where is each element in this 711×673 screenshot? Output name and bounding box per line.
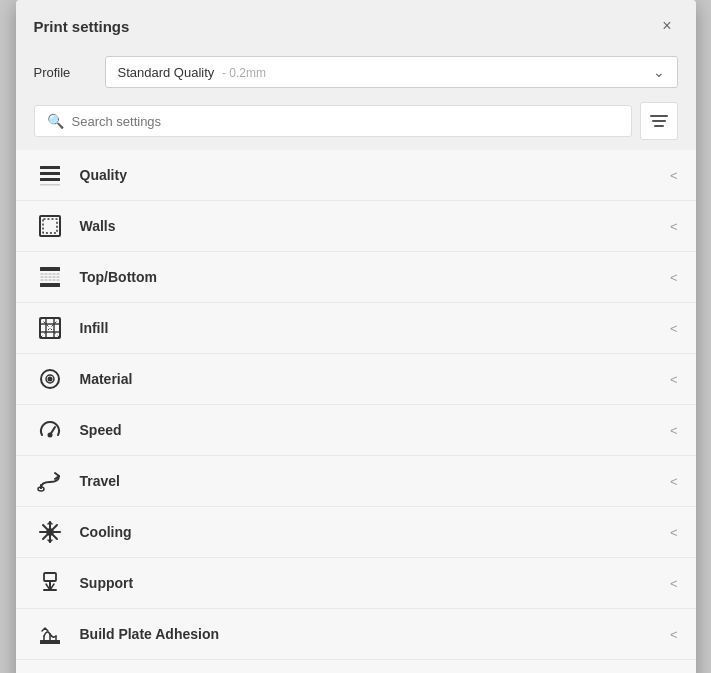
travel-chevron-icon: < bbox=[670, 474, 678, 489]
build-plate-adhesion-icon bbox=[34, 620, 66, 648]
quality-chevron-icon: < bbox=[670, 168, 678, 183]
svg-rect-33 bbox=[44, 573, 56, 581]
menu-item-support[interactable]: Support < bbox=[16, 558, 696, 609]
cooling-icon bbox=[34, 518, 66, 546]
svg-rect-6 bbox=[40, 267, 60, 271]
cooling-label: Cooling bbox=[80, 524, 670, 540]
profile-dropdown[interactable]: Standard Quality - 0.2mm ⌄ bbox=[105, 56, 678, 88]
support-icon bbox=[34, 569, 66, 597]
material-icon bbox=[34, 365, 66, 393]
print-settings-dialog: Print settings × Profile Standard Qualit… bbox=[16, 0, 696, 673]
cooling-chevron-icon: < bbox=[670, 525, 678, 540]
filter-line-1 bbox=[650, 115, 668, 117]
menu-item-build-plate-adhesion[interactable]: Build Plate Adhesion < bbox=[16, 609, 696, 660]
travel-icon bbox=[34, 467, 66, 495]
profile-value: Standard Quality bbox=[118, 65, 215, 80]
filter-line-2 bbox=[652, 120, 666, 122]
svg-rect-10 bbox=[40, 283, 60, 287]
support-label: Support bbox=[80, 575, 670, 591]
profile-row: Profile Standard Quality - 0.2mm ⌄ bbox=[16, 46, 696, 102]
svg-line-16 bbox=[40, 318, 60, 338]
menu-item-infill[interactable]: Infill < bbox=[16, 303, 696, 354]
menu-item-speed[interactable]: Speed < bbox=[16, 405, 696, 456]
svg-rect-3 bbox=[40, 184, 60, 186]
profile-chevron-icon: ⌄ bbox=[653, 64, 665, 80]
menu-item-dual-extrusion[interactable]: Dual Extrusion < bbox=[16, 660, 696, 673]
filter-line-3 bbox=[654, 125, 664, 127]
profile-hint: - 0.2mm bbox=[222, 66, 266, 80]
svg-rect-1 bbox=[40, 172, 60, 175]
close-button[interactable]: × bbox=[656, 16, 677, 36]
material-chevron-icon: < bbox=[670, 372, 678, 387]
walls-icon bbox=[34, 212, 66, 240]
title-bar: Print settings × bbox=[16, 0, 696, 46]
svg-rect-5 bbox=[43, 219, 57, 233]
speed-chevron-icon: < bbox=[670, 423, 678, 438]
top-bottom-label: Top/Bottom bbox=[80, 269, 670, 285]
speed-icon bbox=[34, 416, 66, 444]
top-bottom-icon bbox=[34, 263, 66, 291]
travel-label: Travel bbox=[80, 473, 670, 489]
speed-label: Speed bbox=[80, 422, 670, 438]
profile-label: Profile bbox=[34, 65, 89, 80]
build-plate-adhesion-chevron-icon: < bbox=[670, 627, 678, 642]
svg-point-20 bbox=[48, 378, 51, 381]
support-chevron-icon: < bbox=[670, 576, 678, 591]
walls-chevron-icon: < bbox=[670, 219, 678, 234]
svg-rect-11 bbox=[40, 318, 60, 338]
filter-button[interactable] bbox=[640, 102, 678, 140]
svg-rect-2 bbox=[40, 178, 60, 181]
svg-point-22 bbox=[48, 434, 51, 437]
menu-list: Quality < Walls < bbox=[16, 150, 696, 673]
svg-line-17 bbox=[40, 318, 60, 338]
menu-item-cooling[interactable]: Cooling < bbox=[16, 507, 696, 558]
search-icon: 🔍 bbox=[47, 113, 64, 129]
search-box: 🔍 bbox=[34, 105, 632, 137]
menu-item-walls[interactable]: Walls < bbox=[16, 201, 696, 252]
menu-item-material[interactable]: Material < bbox=[16, 354, 696, 405]
infill-label: Infill bbox=[80, 320, 670, 336]
quality-icon bbox=[34, 161, 66, 189]
infill-icon bbox=[34, 314, 66, 342]
top-bottom-chevron-icon: < bbox=[670, 270, 678, 285]
infill-chevron-icon: < bbox=[670, 321, 678, 336]
quality-label: Quality bbox=[80, 167, 670, 183]
search-input[interactable] bbox=[72, 114, 619, 129]
svg-rect-0 bbox=[40, 166, 60, 169]
build-plate-adhesion-label: Build Plate Adhesion bbox=[80, 626, 670, 642]
material-label: Material bbox=[80, 371, 670, 387]
walls-label: Walls bbox=[80, 218, 670, 234]
menu-item-travel[interactable]: Travel < bbox=[16, 456, 696, 507]
menu-item-top-bottom[interactable]: Top/Bottom < bbox=[16, 252, 696, 303]
menu-item-quality[interactable]: Quality < bbox=[16, 150, 696, 201]
search-row: 🔍 bbox=[16, 102, 696, 150]
dialog-title: Print settings bbox=[34, 18, 130, 35]
